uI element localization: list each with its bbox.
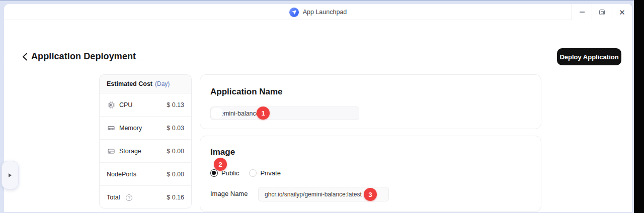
cost-label: Storage [119, 148, 141, 155]
titlebar-app-name: App Launchpad [303, 9, 347, 16]
cursor-highlight-overlay [211, 108, 223, 119]
memory-icon [107, 124, 115, 132]
radio-option-public[interactable]: Public [210, 169, 239, 177]
page-header: Application Deployment Deploy Applicatio… [4, 20, 632, 60]
cost-row-memory: Memory $ 0.03 [100, 117, 191, 140]
image-visibility-radio-group: Public Private [210, 169, 281, 177]
cost-row-storage: Storage $ 0.00 [100, 140, 191, 163]
cost-panel-unit: (Day) [155, 80, 170, 87]
chevron-right-icon [9, 173, 12, 177]
application-name-card: Application Name 1 [200, 74, 541, 129]
maximize-icon [599, 10, 605, 15]
titlebar-center: App Launchpad [4, 4, 632, 20]
cost-panel-header: Estimated Cost (Day) [100, 75, 191, 93]
cost-value: $ 0.00 [167, 171, 184, 178]
cost-label: NodePorts [107, 171, 136, 178]
deploy-application-button[interactable]: Deploy Application [557, 48, 621, 65]
app-window: App Launchpad ✕ Application [4, 4, 632, 212]
annotation-badge-3: 3 [364, 188, 377, 201]
page-title: Application Deployment [31, 51, 136, 62]
chevron-left-icon [22, 53, 28, 61]
titlebar: App Launchpad ✕ [4, 4, 632, 20]
minimize-button[interactable] [572, 4, 592, 20]
total-label: Total [107, 194, 120, 201]
cost-label: CPU [119, 101, 132, 109]
cost-row-cpu: CPU $ 0.13 [100, 93, 191, 117]
back-button[interactable] [19, 51, 30, 62]
maximize-button[interactable] [592, 4, 612, 20]
storage-icon [107, 147, 115, 155]
image-title: Image [210, 147, 235, 157]
cost-value: $ 0.00 [167, 148, 184, 155]
app-launchpad-logo-icon [289, 8, 299, 17]
total-value: $ 0.16 [167, 194, 184, 201]
cost-row-total: Total ? $ 0.16 [100, 186, 191, 208]
sidebar-expand-handle[interactable] [2, 161, 19, 189]
close-button[interactable]: ✕ [612, 4, 632, 20]
question-circle-icon[interactable]: ? [126, 194, 132, 201]
cost-label: Memory [119, 125, 142, 132]
desktop-frame: App Launchpad ✕ Application [0, 0, 634, 213]
cost-panel-title: Estimated Cost [107, 80, 152, 87]
radio-option-private[interactable]: Private [249, 169, 280, 177]
cost-row-nodeports: NodePorts $ 0.00 [100, 163, 191, 186]
radio-selected-icon [210, 169, 218, 177]
estimated-cost-panel: Estimated Cost (Day) CPU $ 0.13 [99, 74, 192, 208]
image-name-label: Image Name [210, 190, 248, 197]
image-card: Image 2 Public Private Image Name 3 [200, 136, 541, 212]
close-icon: ✕ [619, 9, 625, 16]
screen-right-black-strip [634, 0, 644, 213]
application-name-input[interactable] [210, 106, 359, 120]
cpu-icon [107, 100, 115, 109]
cost-value: $ 0.13 [167, 101, 184, 109]
cost-value: $ 0.03 [167, 125, 184, 132]
annotation-badge-1: 1 [257, 106, 270, 120]
radio-label-private: Private [260, 169, 280, 177]
frame-top-line [0, 0, 634, 1]
radio-unselected-icon [249, 169, 257, 177]
application-name-title: Application Name [210, 87, 283, 97]
window-controls: ✕ [572, 4, 632, 20]
radio-label-public: Public [221, 169, 239, 177]
